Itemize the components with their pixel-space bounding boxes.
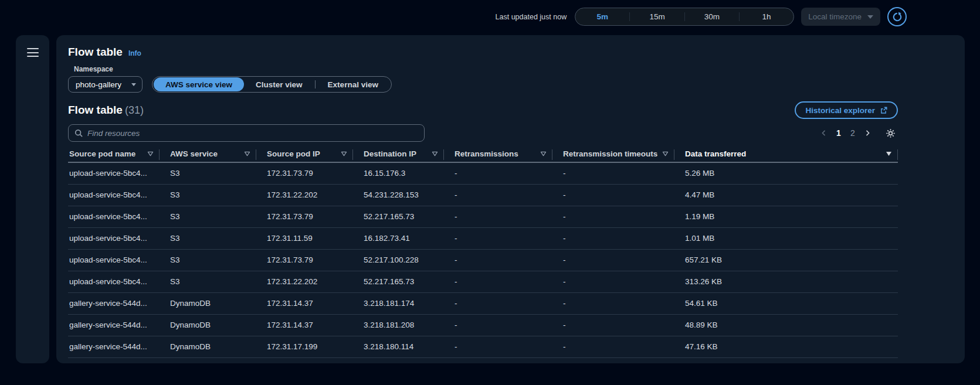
search-icon bbox=[74, 129, 83, 137]
table-cell: - bbox=[444, 292, 552, 314]
table-cell: - bbox=[552, 292, 674, 314]
last-updated-text: Last updated just now bbox=[496, 13, 567, 21]
table-cell: upload-service-5bc4... bbox=[68, 206, 160, 227]
view-tab-external-view[interactable]: External view bbox=[316, 77, 390, 91]
namespace-value: photo-gallery bbox=[76, 80, 121, 89]
caret-down-icon bbox=[867, 15, 873, 19]
column-header-retransmissions[interactable]: Retransmissions bbox=[444, 148, 552, 162]
search-input[interactable] bbox=[87, 129, 418, 138]
table-cell: upload-service-5bc4... bbox=[68, 227, 160, 249]
column-label: Retransmissions bbox=[455, 149, 518, 158]
external-link-icon bbox=[880, 107, 887, 114]
table-cell: S3 bbox=[160, 227, 256, 249]
historical-explorer-button[interactable]: Historical explorer bbox=[795, 101, 898, 119]
table-cell: 5.26 MB bbox=[674, 162, 898, 184]
column-label: Data transferred bbox=[685, 149, 746, 158]
flow-table: Source pod nameAWS serviceSource pod IPD… bbox=[68, 148, 898, 358]
table-cell: S3 bbox=[160, 206, 256, 227]
table-cell: - bbox=[552, 162, 674, 184]
table-cell: gallery-service-544d... bbox=[68, 292, 160, 314]
table-row: gallery-service-544d...DynamoDB172.31.14… bbox=[68, 292, 898, 314]
table-cell: 52.217.165.73 bbox=[353, 271, 444, 292]
page-title: Flow table bbox=[68, 46, 123, 59]
table-cell: gallery-service-544d... bbox=[68, 336, 160, 357]
table-section-header: Flow table(31) Historical explorer bbox=[68, 102, 898, 118]
time-range-1h[interactable]: 1h bbox=[740, 8, 794, 25]
table-cell: 172.31.22.202 bbox=[256, 184, 353, 206]
table-cell: 1.19 MB bbox=[674, 206, 898, 227]
column-label: Retransmission timeouts bbox=[563, 149, 657, 158]
hamburger-menu-button[interactable] bbox=[27, 48, 39, 57]
time-range-15m[interactable]: 15m bbox=[630, 8, 684, 25]
table-cell: - bbox=[444, 184, 552, 206]
refresh-icon bbox=[892, 12, 903, 22]
table-cell: S3 bbox=[160, 249, 256, 271]
table-title: Flow table(31) bbox=[68, 104, 144, 117]
table-cell: DynamoDB bbox=[160, 314, 256, 336]
search-box bbox=[68, 124, 425, 142]
column-header-source-pod-name[interactable]: Source pod name bbox=[68, 148, 160, 162]
table-cell: 657.21 KB bbox=[674, 249, 898, 271]
controls-row: Namespace photo-gallery AWS service view… bbox=[68, 66, 953, 93]
table-cell: 4.47 MB bbox=[674, 184, 898, 206]
table-cell: 47.16 KB bbox=[674, 336, 898, 357]
filter-icon bbox=[244, 151, 250, 156]
table-cell: - bbox=[552, 336, 674, 357]
pagination-pages: 12 bbox=[832, 126, 859, 140]
table-cell: 54.231.228.153 bbox=[353, 184, 444, 206]
table-cell: 172.31.17.199 bbox=[256, 336, 353, 357]
time-range-5m[interactable]: 5m bbox=[575, 8, 629, 25]
table-cell: - bbox=[444, 249, 552, 271]
flow-table-body: upload-service-5bc4...S3172.31.73.7916.1… bbox=[68, 162, 898, 357]
pagination-next-button[interactable] bbox=[860, 126, 874, 140]
namespace-select[interactable]: photo-gallery bbox=[68, 76, 143, 93]
namespace-label: Namespace bbox=[74, 65, 143, 73]
time-range-30m[interactable]: 30m bbox=[685, 8, 739, 25]
table-cell: 16.15.176.3 bbox=[353, 162, 444, 184]
caret-down-icon bbox=[131, 83, 136, 86]
sidebar bbox=[16, 35, 49, 363]
view-tab-aws-service-view[interactable]: AWS service view bbox=[154, 77, 244, 91]
table-row: upload-service-5bc4...S3172.31.11.5916.1… bbox=[68, 227, 898, 249]
table-cell: 172.31.11.59 bbox=[256, 227, 353, 249]
table-cell: 172.31.73.79 bbox=[256, 162, 353, 184]
column-header-source-pod-ip[interactable]: Source pod IP bbox=[256, 148, 353, 162]
table-cell: - bbox=[552, 227, 674, 249]
pagination-page-1[interactable]: 1 bbox=[832, 126, 845, 140]
refresh-button[interactable] bbox=[887, 7, 907, 26]
content-area: Flow table Info Namespace photo-gallery … bbox=[0, 33, 980, 385]
table-row: upload-service-5bc4...S3172.31.22.20252.… bbox=[68, 271, 898, 292]
column-header-destination-ip[interactable]: Destination IP bbox=[353, 148, 444, 162]
gear-icon bbox=[886, 128, 896, 138]
table-cell: DynamoDB bbox=[160, 292, 256, 314]
table-cell: - bbox=[552, 271, 674, 292]
table-cell: 16.182.73.41 bbox=[353, 227, 444, 249]
table-cell: - bbox=[444, 162, 552, 184]
column-label: Destination IP bbox=[364, 149, 416, 158]
time-range-control: 5m15m30m1h bbox=[575, 8, 794, 26]
table-cell: S3 bbox=[160, 271, 256, 292]
info-link[interactable]: Info bbox=[128, 49, 141, 57]
table-cell: - bbox=[552, 184, 674, 206]
column-header-data-transferred[interactable]: Data transferred bbox=[674, 148, 898, 162]
table-preferences-button[interactable] bbox=[883, 125, 898, 141]
table-toolbar: 12 bbox=[68, 124, 898, 142]
view-divider bbox=[315, 80, 316, 88]
column-header-retransmission-timeouts[interactable]: Retransmission timeouts bbox=[552, 148, 674, 162]
table-cell: upload-service-5bc4... bbox=[68, 162, 160, 184]
sort-desc-icon bbox=[886, 151, 892, 156]
table-cell: DynamoDB bbox=[160, 336, 256, 357]
timezone-select[interactable]: Local timezone bbox=[801, 8, 880, 26]
column-header-aws-service[interactable]: AWS service bbox=[160, 148, 256, 162]
table-cell: 172.31.73.79 bbox=[256, 206, 353, 227]
table-cell: - bbox=[552, 314, 674, 336]
item-count: (31) bbox=[125, 104, 144, 116]
pagination-page-2[interactable]: 2 bbox=[846, 126, 859, 140]
table-cell: upload-service-5bc4... bbox=[68, 271, 160, 292]
filter-icon bbox=[432, 151, 438, 156]
view-tab-cluster-view[interactable]: Cluster view bbox=[244, 77, 314, 91]
panel-header: Flow table Info bbox=[68, 46, 953, 59]
namespace-field: Namespace photo-gallery bbox=[68, 65, 143, 93]
chevron-right-icon bbox=[864, 130, 871, 137]
pagination-prev-button[interactable] bbox=[817, 126, 831, 140]
